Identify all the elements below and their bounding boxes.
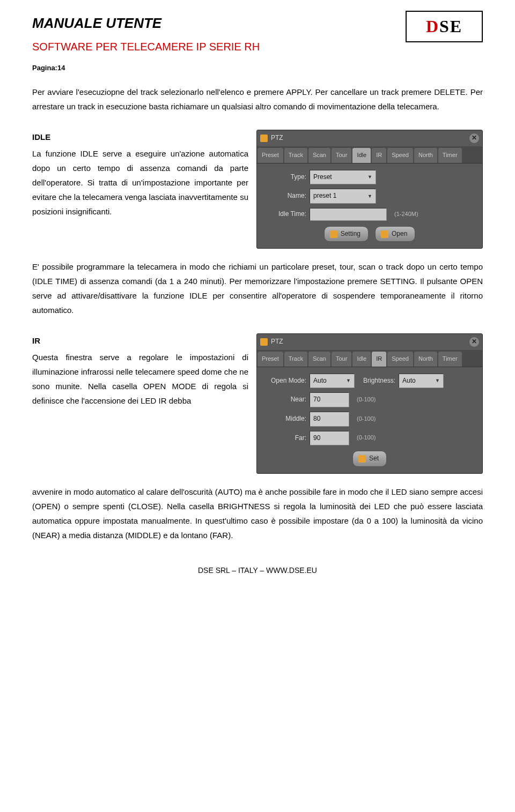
idle-left-text: La funzione IDLE serve a eseguire un'azi… [32, 149, 248, 216]
chevron-down-icon: ▼ [367, 173, 372, 181]
middle-label: Middle: [262, 413, 306, 425]
intro-paragraph: Per avviare l'esecuziopne del track sele… [32, 85, 483, 114]
near-label: Near: [262, 394, 306, 406]
idle-after-text: E' possibile programmare la telecamera i… [32, 259, 483, 317]
ptz-idle-body: Type: Preset ▼ Name: preset 1 ▼ Idle Tim… [257, 163, 482, 249]
tab-speed[interactable]: Speed [387, 352, 413, 367]
ir-after-text: avvenire in modo automatico al calare de… [32, 485, 483, 542]
idle-time-hint: (1-240M) [394, 209, 418, 220]
set-icon [358, 455, 366, 463]
page-number: Pagina:14 [32, 62, 483, 74]
middle-value: 80 [313, 413, 320, 425]
tab-scan[interactable]: Scan [308, 148, 330, 163]
near-hint: (0-100) [357, 394, 376, 405]
ptz-ir-title: PTZ [271, 336, 283, 348]
chevron-down-icon: ▼ [435, 376, 440, 385]
tab-tour[interactable]: Tour [332, 352, 351, 367]
idle-section-row: IDLE La funzione IDLE serve a eseguire u… [32, 130, 483, 249]
logo-d: D [426, 11, 439, 42]
ptz-ir-titlebar: PTZ ✕ [257, 334, 482, 350]
page-header: MANUALE UTENTE SOFTWARE PER TELECAMERE I… [32, 11, 483, 56]
close-icon[interactable]: ✕ [469, 337, 479, 347]
tab-tour[interactable]: Tour [332, 148, 351, 163]
header-left: MANUALE UTENTE SOFTWARE PER TELECAMERE I… [32, 11, 260, 56]
open-mode-value: Auto [313, 375, 327, 387]
tab-north[interactable]: North [414, 148, 437, 163]
name-value: preset 1 [313, 190, 336, 202]
ptz-idle-tabs: Preset Track Scan Tour Idle IR Speed Nor… [257, 146, 482, 163]
tab-track[interactable]: Track [284, 148, 307, 163]
idle-left-column: IDLE La funzione IDLE serve a eseguire u… [32, 130, 248, 249]
near-input[interactable]: 70 [310, 392, 349, 407]
open-icon [381, 230, 388, 238]
logo-e: E [450, 11, 462, 42]
ptz-icon [260, 338, 268, 346]
tab-preset[interactable]: Preset [258, 352, 283, 367]
tab-ir[interactable]: IR [372, 352, 386, 367]
middle-input[interactable]: 80 [310, 412, 349, 427]
close-icon[interactable]: ✕ [469, 133, 479, 143]
ir-left-column: IR Questa finestra serve a regolare le i… [32, 333, 248, 473]
type-select[interactable]: Preset ▼ [310, 170, 376, 185]
tab-preset[interactable]: Preset [258, 148, 283, 163]
name-label: Name: [262, 190, 306, 202]
idle-heading: IDLE [32, 130, 248, 144]
idle-time-input[interactable] [310, 208, 387, 221]
tab-timer[interactable]: Timer [438, 352, 462, 367]
brightness-label: Brightness: [358, 375, 395, 387]
ptz-icon [260, 135, 268, 142]
brightness-value: Auto [402, 375, 416, 387]
chevron-down-icon: ▼ [367, 192, 372, 200]
far-label: Far: [262, 433, 306, 444]
near-value: 70 [313, 394, 320, 406]
manual-title: MANUALE UTENTE [32, 11, 260, 36]
far-input[interactable]: 90 [310, 431, 349, 446]
idle-time-label: Idle Time: [262, 208, 306, 220]
ir-section-row: IR Questa finestra serve a regolare le i… [32, 333, 483, 473]
tab-timer[interactable]: Timer [438, 148, 462, 163]
chevron-down-icon: ▼ [346, 376, 351, 385]
open-button[interactable]: Open [375, 226, 415, 242]
logo-s: S [439, 11, 450, 42]
ptz-idle-panel: PTZ ✕ Preset Track Scan Tour Idle IR Spe… [256, 130, 483, 249]
page-footer: DSE SRL – ITALY – WWW.DSE.EU [32, 564, 483, 577]
far-value: 90 [313, 433, 320, 444]
open-label: Open [392, 228, 407, 240]
far-hint: (0-100) [357, 433, 376, 443]
ptz-ir-panel: PTZ ✕ Preset Track Scan Tour Idle IR Spe… [256, 333, 483, 473]
ir-heading: IR [32, 333, 248, 348]
open-mode-label: Open Mode: [262, 375, 306, 387]
set-label: Set [369, 453, 379, 465]
ir-left-text: Questa finestra serve a regolare le impo… [32, 353, 248, 405]
name-select[interactable]: preset 1 ▼ [310, 189, 376, 204]
tab-scan[interactable]: Scan [308, 352, 330, 367]
set-button[interactable]: Set [352, 451, 387, 467]
type-value: Preset [313, 172, 332, 183]
manual-subtitle: SOFTWARE PER TELECAMERE IP SERIE RH [32, 37, 260, 56]
middle-hint: (0-100) [357, 414, 376, 424]
type-label: Type: [262, 172, 306, 183]
ptz-ir-tabs: Preset Track Scan Tour Idle IR Speed Nor… [257, 350, 482, 367]
setting-icon [330, 230, 337, 238]
setting-button[interactable]: Setting [324, 226, 369, 242]
setting-label: Setting [341, 228, 360, 240]
tab-track[interactable]: Track [284, 352, 307, 367]
tab-ir[interactable]: IR [372, 148, 386, 163]
tab-idle[interactable]: Idle [352, 148, 371, 163]
brightness-select[interactable]: Auto ▼ [399, 374, 444, 389]
ptz-idle-titlebar: PTZ ✕ [257, 130, 482, 146]
ptz-ir-body: Open Mode: Auto ▼ Brightness: Auto ▼ Nea… [257, 367, 482, 473]
tab-idle[interactable]: Idle [352, 352, 371, 367]
tab-speed[interactable]: Speed [387, 148, 413, 163]
open-mode-select[interactable]: Auto ▼ [310, 374, 355, 389]
dse-logo: DSE [406, 11, 483, 42]
tab-north[interactable]: North [414, 352, 437, 367]
ptz-idle-title: PTZ [271, 132, 283, 144]
